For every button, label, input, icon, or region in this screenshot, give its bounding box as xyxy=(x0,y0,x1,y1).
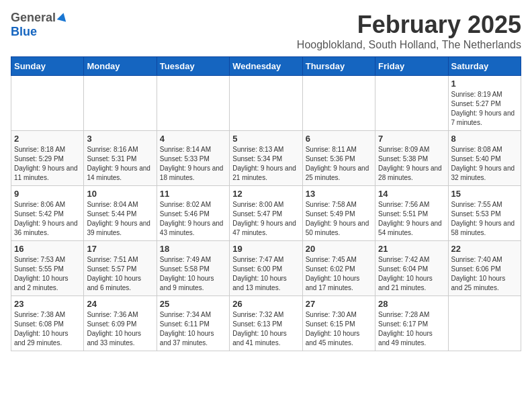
day-number: 7 xyxy=(378,134,445,144)
day-info: Sunrise: 8:00 AM Sunset: 5:47 PM Dayligh… xyxy=(232,200,299,238)
day-info: Sunrise: 8:14 AM Sunset: 5:33 PM Dayligh… xyxy=(160,145,226,183)
calendar-cell: 19Sunrise: 7:47 AM Sunset: 6:00 PM Dayli… xyxy=(230,241,302,296)
day-info: Sunrise: 7:51 AM Sunset: 5:57 PM Dayligh… xyxy=(87,255,153,293)
day-number: 13 xyxy=(306,189,372,199)
calendar-cell: 9Sunrise: 8:06 AM Sunset: 5:42 PM Daylig… xyxy=(11,186,84,241)
calendar-cell: 2Sunrise: 8:18 AM Sunset: 5:29 PM Daylig… xyxy=(11,131,84,186)
calendar-cell: 1Sunrise: 8:19 AM Sunset: 5:27 PM Daylig… xyxy=(448,76,521,131)
calendar-cell xyxy=(84,76,157,131)
day-number: 8 xyxy=(451,134,518,144)
calendar-cell: 22Sunrise: 7:40 AM Sunset: 6:06 PM Dayli… xyxy=(448,241,521,296)
day-number: 16 xyxy=(14,244,81,254)
day-info: Sunrise: 7:56 AM Sunset: 5:51 PM Dayligh… xyxy=(378,200,445,238)
day-info: Sunrise: 7:36 AM Sunset: 6:09 PM Dayligh… xyxy=(87,310,153,348)
day-number: 23 xyxy=(14,299,81,309)
week-row-0: 1Sunrise: 8:19 AM Sunset: 5:27 PM Daylig… xyxy=(11,76,521,131)
day-number: 28 xyxy=(378,299,445,309)
day-number: 2 xyxy=(14,134,81,144)
calendar-cell: 3Sunrise: 8:16 AM Sunset: 5:31 PM Daylig… xyxy=(84,131,157,186)
week-row-2: 9Sunrise: 8:06 AM Sunset: 5:42 PM Daylig… xyxy=(11,186,521,241)
day-info: Sunrise: 8:13 AM Sunset: 5:34 PM Dayligh… xyxy=(232,145,299,183)
day-number: 1 xyxy=(451,79,518,89)
week-row-1: 2Sunrise: 8:18 AM Sunset: 5:29 PM Daylig… xyxy=(11,131,521,186)
calendar-cell: 26Sunrise: 7:32 AM Sunset: 6:13 PM Dayli… xyxy=(230,296,302,351)
calendar-cell: 27Sunrise: 7:30 AM Sunset: 6:15 PM Dayli… xyxy=(302,296,375,351)
calendar-cell: 4Sunrise: 8:14 AM Sunset: 5:33 PM Daylig… xyxy=(157,131,229,186)
day-number: 3 xyxy=(87,134,153,144)
day-info: Sunrise: 8:11 AM Sunset: 5:36 PM Dayligh… xyxy=(306,145,372,183)
logo-blue-text: Blue xyxy=(11,25,37,38)
day-number: 19 xyxy=(232,244,299,254)
calendar-cell: 16Sunrise: 7:53 AM Sunset: 5:55 PM Dayli… xyxy=(11,241,84,296)
day-info: Sunrise: 8:09 AM Sunset: 5:38 PM Dayligh… xyxy=(378,145,445,183)
week-row-4: 23Sunrise: 7:38 AM Sunset: 6:08 PM Dayli… xyxy=(11,296,521,351)
day-info: Sunrise: 8:19 AM Sunset: 5:27 PM Dayligh… xyxy=(451,90,518,128)
calendar-cell xyxy=(375,76,448,131)
day-info: Sunrise: 8:08 AM Sunset: 5:40 PM Dayligh… xyxy=(451,145,518,183)
day-number: 27 xyxy=(306,299,372,309)
calendar-cell: 18Sunrise: 7:49 AM Sunset: 5:58 PM Dayli… xyxy=(157,241,229,296)
location-title: Hoogblokland, South Holland, The Netherl… xyxy=(297,39,521,51)
day-number: 14 xyxy=(378,189,445,199)
weekday-header-thursday: Thursday xyxy=(302,57,375,76)
day-info: Sunrise: 8:06 AM Sunset: 5:42 PM Dayligh… xyxy=(14,200,81,238)
calendar-cell xyxy=(11,76,84,131)
title-area: February 2025 Hoogblokland, South Hollan… xyxy=(297,11,521,51)
day-number: 12 xyxy=(232,189,299,199)
day-number: 10 xyxy=(87,189,153,199)
weekday-header-row: SundayMondayTuesdayWednesdayThursdayFrid… xyxy=(11,57,521,76)
day-info: Sunrise: 8:18 AM Sunset: 5:29 PM Dayligh… xyxy=(14,145,81,183)
calendar-cell: 11Sunrise: 8:02 AM Sunset: 5:46 PM Dayli… xyxy=(157,186,229,241)
calendar: SundayMondayTuesdayWednesdayThursdayFrid… xyxy=(11,56,521,351)
calendar-cell: 7Sunrise: 8:09 AM Sunset: 5:38 PM Daylig… xyxy=(375,131,448,186)
day-number: 24 xyxy=(87,299,153,309)
calendar-cell xyxy=(448,296,521,351)
logo-general-text: General xyxy=(11,11,56,25)
day-number: 21 xyxy=(378,244,445,254)
day-info: Sunrise: 7:30 AM Sunset: 6:15 PM Dayligh… xyxy=(306,310,372,348)
day-number: 25 xyxy=(160,299,226,309)
day-number: 4 xyxy=(160,134,226,144)
day-number: 18 xyxy=(160,244,226,254)
logo: General Blue xyxy=(11,11,67,39)
calendar-cell: 8Sunrise: 8:08 AM Sunset: 5:40 PM Daylig… xyxy=(448,131,521,186)
calendar-cell: 14Sunrise: 7:56 AM Sunset: 5:51 PM Dayli… xyxy=(375,186,448,241)
day-number: 15 xyxy=(451,189,518,199)
calendar-cell: 21Sunrise: 7:42 AM Sunset: 6:04 PM Dayli… xyxy=(375,241,448,296)
weekday-header-wednesday: Wednesday xyxy=(230,57,302,76)
day-info: Sunrise: 8:04 AM Sunset: 5:44 PM Dayligh… xyxy=(87,200,153,238)
day-number: 20 xyxy=(306,244,372,254)
calendar-cell: 28Sunrise: 7:28 AM Sunset: 6:17 PM Dayli… xyxy=(375,296,448,351)
day-info: Sunrise: 7:40 AM Sunset: 6:06 PM Dayligh… xyxy=(451,255,518,293)
day-info: Sunrise: 7:34 AM Sunset: 6:11 PM Dayligh… xyxy=(160,310,226,348)
day-info: Sunrise: 7:28 AM Sunset: 6:17 PM Dayligh… xyxy=(378,310,445,348)
day-info: Sunrise: 7:32 AM Sunset: 6:13 PM Dayligh… xyxy=(232,310,299,348)
calendar-cell xyxy=(157,76,229,131)
weekday-header-monday: Monday xyxy=(84,57,157,76)
calendar-cell: 15Sunrise: 7:55 AM Sunset: 5:53 PM Dayli… xyxy=(448,186,521,241)
calendar-cell: 12Sunrise: 8:00 AM Sunset: 5:47 PM Dayli… xyxy=(230,186,302,241)
weekday-header-tuesday: Tuesday xyxy=(157,57,229,76)
header: General Blue February 2025 Hoogblokland,… xyxy=(11,11,521,51)
day-number: 5 xyxy=(232,134,299,144)
calendar-cell: 10Sunrise: 8:04 AM Sunset: 5:44 PM Dayli… xyxy=(84,186,157,241)
day-info: Sunrise: 7:49 AM Sunset: 5:58 PM Dayligh… xyxy=(160,255,226,293)
day-info: Sunrise: 7:58 AM Sunset: 5:49 PM Dayligh… xyxy=(306,200,372,238)
day-info: Sunrise: 7:55 AM Sunset: 5:53 PM Dayligh… xyxy=(451,200,518,238)
weekday-header-saturday: Saturday xyxy=(448,57,521,76)
weekday-header-sunday: Sunday xyxy=(11,57,84,76)
day-info: Sunrise: 7:45 AM Sunset: 6:02 PM Dayligh… xyxy=(306,255,372,293)
calendar-cell: 6Sunrise: 8:11 AM Sunset: 5:36 PM Daylig… xyxy=(302,131,375,186)
day-info: Sunrise: 7:53 AM Sunset: 5:55 PM Dayligh… xyxy=(14,255,81,293)
day-number: 26 xyxy=(232,299,299,309)
day-number: 11 xyxy=(160,189,226,199)
day-number: 6 xyxy=(306,134,372,144)
day-number: 17 xyxy=(87,244,153,254)
calendar-cell xyxy=(302,76,375,131)
day-info: Sunrise: 7:38 AM Sunset: 6:08 PM Dayligh… xyxy=(14,310,81,348)
day-info: Sunrise: 8:16 AM Sunset: 5:31 PM Dayligh… xyxy=(87,145,153,183)
day-info: Sunrise: 7:47 AM Sunset: 6:00 PM Dayligh… xyxy=(232,255,299,293)
day-number: 22 xyxy=(451,244,518,254)
day-info: Sunrise: 7:42 AM Sunset: 6:04 PM Dayligh… xyxy=(378,255,445,293)
calendar-cell: 13Sunrise: 7:58 AM Sunset: 5:49 PM Dayli… xyxy=(302,186,375,241)
